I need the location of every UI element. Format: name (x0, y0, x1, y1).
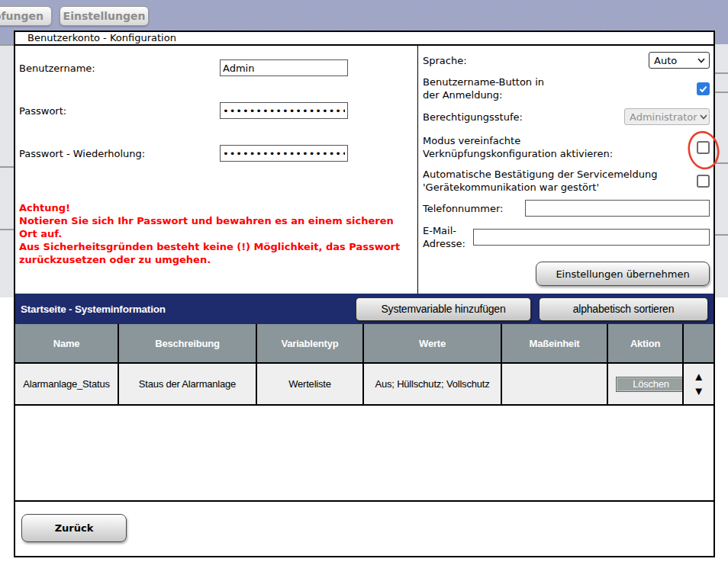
col-header-description: Beschreibung (118, 324, 256, 363)
password-row: Passwort: (19, 102, 417, 119)
background-strip-cap (715, 31, 728, 44)
cell-name: Alarmanlage_Status (15, 363, 118, 405)
cell-action: Löschen (607, 363, 683, 405)
background-strip-cap (0, 31, 14, 44)
email-row: E-Mail- Adresse: (423, 224, 710, 250)
chevron-down-icon (699, 112, 708, 121)
col-header-unit: Maßeinheit (501, 324, 607, 363)
up-triangle-icon[interactable]: ▲ (691, 371, 706, 383)
background-divider (715, 234, 728, 236)
down-triangle-icon[interactable]: ▼ (691, 385, 706, 397)
tab-verknuepfungen[interactable]: pfungen (0, 6, 52, 26)
language-row: Sprache: Auto (423, 52, 710, 69)
col-header-values: Werte (363, 324, 501, 363)
chevron-down-icon (697, 56, 706, 65)
language-label: Sprache: (423, 54, 467, 67)
empty-table-area (15, 406, 714, 500)
col-header-type: Variablentyp (256, 324, 363, 363)
permission-row: Berechtigungsstufe: Administrator (423, 108, 710, 125)
permission-selected-value: Administrator (630, 111, 697, 123)
add-system-variable-button[interactable]: Systemvariable hinzufügen (356, 297, 531, 321)
password-repeat-row: Passwort - Wiederholung: (19, 145, 417, 162)
password-warning-text: Achtung! Notieren Sie sich Ihr Passwort … (19, 201, 408, 266)
sort-alphabetical-button[interactable]: alphabetisch sortieren (539, 297, 708, 321)
username-button-label: Benutzername-Button in der Anmeldung: (423, 75, 544, 101)
col-header-name: Name (15, 324, 118, 363)
password-input[interactable] (220, 102, 348, 119)
phone-row: Telefonnummer: (423, 200, 710, 217)
background-divider (715, 72, 728, 74)
username-row: Benutzername: (19, 59, 417, 76)
apply-settings-button[interactable]: Einstellungen übernehmen (536, 262, 710, 286)
simplified-mode-row: Modus vereinfachte Verknüpfungskonfigura… (423, 134, 710, 160)
language-selected-value: Auto (654, 55, 677, 66)
simplified-mode-checkbox[interactable] (697, 141, 710, 154)
username-label: Benutzername: (19, 63, 220, 74)
col-header-reorder (683, 324, 714, 363)
panel-footer: Zurück (15, 500, 714, 556)
username-button-row: Benutzername-Button in der Anmeldung: (423, 75, 710, 101)
email-label: E-Mail- Adresse: (423, 224, 473, 250)
background-divider (715, 162, 728, 164)
background-divider (0, 229, 14, 230)
username-input[interactable] (220, 59, 348, 76)
page-title: Benutzerkonto - Konfiguration (15, 32, 714, 46)
config-panel: Benutzerkonto - Konfiguration Benutzerna… (14, 31, 715, 557)
tab-label: pfungen (0, 10, 43, 22)
password-repeat-label: Passwort - Wiederholung: (19, 148, 220, 159)
phone-label: Telefonnummer: (423, 202, 525, 215)
background-strip-right (715, 31, 728, 297)
system-section-bar: Startseite - Systeminformation Systemvar… (15, 294, 714, 324)
cell-reorder: ▲ ▼ (683, 363, 714, 405)
password-label: Passwort: (19, 105, 220, 117)
cell-description: Staus der Alarmanlage (118, 363, 256, 405)
language-select[interactable]: Auto (649, 52, 710, 69)
cell-type: Werteliste (256, 363, 363, 405)
background-strip-left (0, 31, 14, 297)
table-row: Alarmanlage_Status Staus der Alarmanlage… (15, 363, 714, 405)
background-divider (0, 44, 14, 46)
system-variables-table: Name Beschreibung Variablentyp Werte Maß… (15, 324, 714, 406)
tab-einstellungen[interactable]: Einstellungen (60, 6, 149, 26)
username-button-checkbox[interactable] (697, 82, 710, 95)
auto-confirm-checkbox[interactable] (697, 175, 710, 188)
cell-values: Aus; Hüllschutz; Vollschutz (363, 363, 501, 405)
check-icon (698, 84, 708, 94)
tab-label: Einstellungen (63, 10, 146, 22)
col-header-action: Aktion (607, 324, 683, 363)
form-area: Benutzername: Passwort: Passwort - Wiede… (15, 46, 714, 294)
table-header-row: Name Beschreibung Variablentyp Werte Maß… (15, 324, 714, 363)
apply-row: Einstellungen übernehmen (423, 262, 710, 286)
email-input[interactable] (473, 229, 710, 246)
section-title: Startseite - Systeminformation (15, 303, 356, 315)
auto-confirm-row: Automatische Bestätigung der Servicemeld… (423, 168, 710, 194)
permission-select: Administrator (624, 108, 710, 125)
auto-confirm-label: Automatische Bestätigung der Servicemeld… (423, 168, 657, 194)
settings-form: Sprache: Auto Benutzername-Button in der… (418, 46, 714, 294)
back-button[interactable]: Zurück (21, 514, 127, 542)
password-repeat-input[interactable] (220, 145, 348, 162)
background-divider (0, 166, 14, 168)
cell-unit (501, 363, 607, 405)
account-form: Benutzername: Passwort: Passwort - Wiede… (15, 46, 418, 294)
background-divider (715, 92, 728, 93)
phone-input[interactable] (525, 200, 710, 217)
delete-button[interactable]: Löschen (616, 377, 683, 392)
permission-label: Berechtigungsstufe: (423, 111, 523, 124)
simplified-mode-label: Modus vereinfachte Verknüpfungskonfigura… (423, 134, 613, 160)
